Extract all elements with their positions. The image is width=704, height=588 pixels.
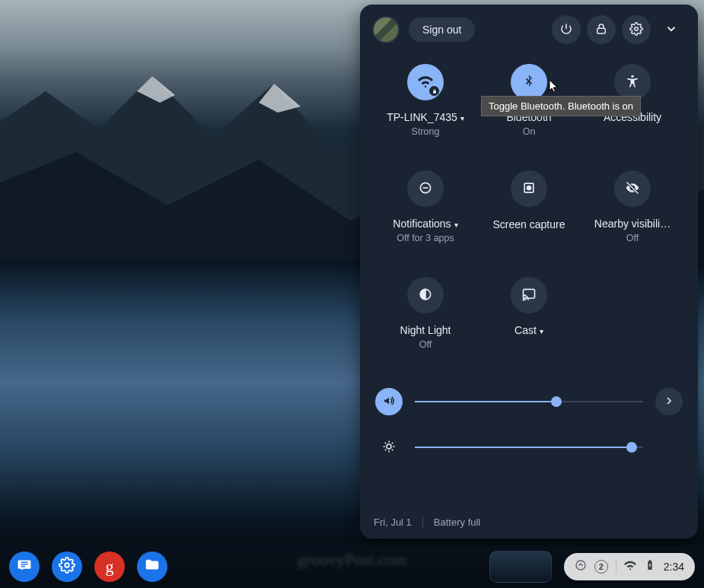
caret-icon: ▾: [457, 114, 464, 122]
mouse-cursor: [549, 79, 559, 94]
nearby-visibility-toggle[interactable]: [614, 170, 651, 207]
tile-night-light: Night Light Off: [377, 277, 474, 374]
volume-thumb[interactable]: [551, 396, 562, 407]
night-light-toggle[interactable]: [407, 277, 444, 313]
quick-settings-panel: Sign out: [360, 5, 698, 539]
do-not-disturb-icon: [418, 180, 433, 198]
notification-count: 2: [594, 560, 608, 574]
nearby-sub: Off: [626, 233, 639, 243]
svg-line-25: [392, 442, 393, 443]
caret-icon: ▾: [537, 327, 543, 335]
tile-notifications: Notifications▾ Off for 3 apps: [377, 170, 474, 268]
chevron-right-icon: [663, 395, 675, 409]
accessibility-icon: [625, 74, 640, 91]
wifi-sub: Strong: [412, 126, 440, 137]
brightness-thumb[interactable]: [626, 442, 637, 453]
collapse-button[interactable]: [657, 15, 686, 44]
screen-capture-icon: [521, 180, 537, 198]
status-area[interactable]: 2 2:34: [564, 553, 695, 580]
app-groovypost[interactable]: g: [94, 551, 125, 582]
notifications-up-icon: [575, 559, 587, 574]
svg-rect-5: [597, 28, 606, 33]
svg-point-26: [65, 563, 69, 567]
tile-cast: Cast▾: [480, 277, 578, 374]
caret-icon: ▾: [451, 221, 458, 229]
volume-fill: [415, 401, 556, 402]
brightness-slider[interactable]: [415, 447, 643, 448]
svg-line-24: [385, 449, 387, 450]
tile-wifi: TP-LINK_7435▾ Strong: [377, 64, 474, 161]
sliders-section: [372, 380, 686, 461]
power-button[interactable]: [552, 15, 581, 44]
volume-icon: [382, 394, 396, 410]
svg-point-6: [635, 27, 639, 30]
footer-divider: [422, 516, 423, 528]
panel-header: Sign out: [372, 15, 686, 44]
messages-icon: [16, 557, 33, 577]
night-light-icon: [418, 287, 433, 304]
notifications-sub: Off for 3 apps: [397, 233, 454, 243]
tile-bluetooth: Toggle Bluetooth. Bluetooth is on Blueto…: [480, 64, 578, 161]
wifi-status-icon: [624, 559, 636, 574]
night-light-sub: Off: [419, 339, 432, 350]
settings-button[interactable]: [622, 15, 651, 44]
brightness-button[interactable]: [375, 434, 403, 461]
panel-footer: Fri, Jul 1 Battery full: [374, 516, 480, 528]
notifications-label[interactable]: Notifications▾: [393, 218, 457, 230]
tile-nearby-visibility: Nearby visibili… Off: [584, 170, 681, 268]
screen-capture-button[interactable]: [511, 170, 547, 207]
bluetooth-icon: [521, 74, 537, 91]
wifi-toggle[interactable]: [407, 64, 444, 100]
svg-point-17: [387, 444, 391, 449]
lock-button[interactable]: [587, 15, 616, 44]
nearby-label: Nearby visibili…: [594, 218, 671, 230]
svg-point-7: [631, 75, 633, 77]
svg-line-22: [385, 442, 387, 443]
sign-out-button[interactable]: Sign out: [409, 17, 475, 42]
folder-icon: [144, 557, 161, 577]
brightness-icon: [382, 440, 396, 456]
tile-screen-capture: Screen capture: [480, 170, 578, 268]
app-settings[interactable]: [52, 551, 82, 582]
brightness-fill: [415, 447, 632, 448]
cast-label[interactable]: Cast▾: [514, 324, 543, 336]
gear-icon: [629, 22, 643, 38]
brightness-row: [375, 434, 683, 461]
quick-tiles-grid: TP-LINK_7435▾ Strong Toggle Bluetooth. B…: [372, 58, 686, 380]
svg-rect-15: [524, 289, 535, 298]
lock-icon: [594, 22, 608, 38]
svg-line-23: [392, 449, 393, 450]
avatar[interactable]: [372, 16, 400, 43]
overview-thumbnail[interactable]: [489, 551, 552, 583]
app-files[interactable]: [137, 551, 167, 582]
app-messages[interactable]: [9, 551, 40, 582]
shelf: g 2 2:34: [0, 545, 704, 588]
wifi-label[interactable]: TP-LINK_7435▾: [387, 111, 464, 123]
bluetooth-tooltip: Toggle Bluetooth. Bluetooth is on: [481, 96, 641, 116]
visibility-off-icon: [625, 180, 640, 198]
svg-point-16: [523, 299, 524, 300]
volume-row: [375, 388, 683, 415]
notifications-toggle[interactable]: [407, 170, 444, 207]
bluetooth-sub: On: [523, 126, 536, 137]
bluetooth-toggle[interactable]: [511, 64, 547, 100]
footer-battery[interactable]: Battery full: [434, 516, 480, 528]
battery-status-icon: [644, 559, 656, 574]
wifi-secure-badge: [429, 86, 439, 96]
volume-button[interactable]: [375, 388, 403, 415]
power-icon: [559, 22, 573, 38]
night-light-label: Night Light: [400, 324, 451, 336]
audio-settings-button[interactable]: [655, 388, 683, 415]
volume-slider[interactable]: [415, 401, 643, 402]
chevron-down-icon: [664, 22, 678, 38]
cast-icon: [521, 287, 537, 304]
shelf-clock: 2:34: [664, 561, 684, 573]
gear-icon: [59, 557, 75, 577]
status-separator: [616, 560, 616, 574]
accessibility-toggle[interactable]: [614, 64, 651, 100]
svg-point-27: [576, 561, 585, 570]
svg-point-11: [527, 186, 531, 189]
footer-date[interactable]: Fri, Jul 1: [374, 516, 412, 528]
screen-capture-label: Screen capture: [493, 218, 565, 231]
cast-button[interactable]: [511, 277, 547, 313]
